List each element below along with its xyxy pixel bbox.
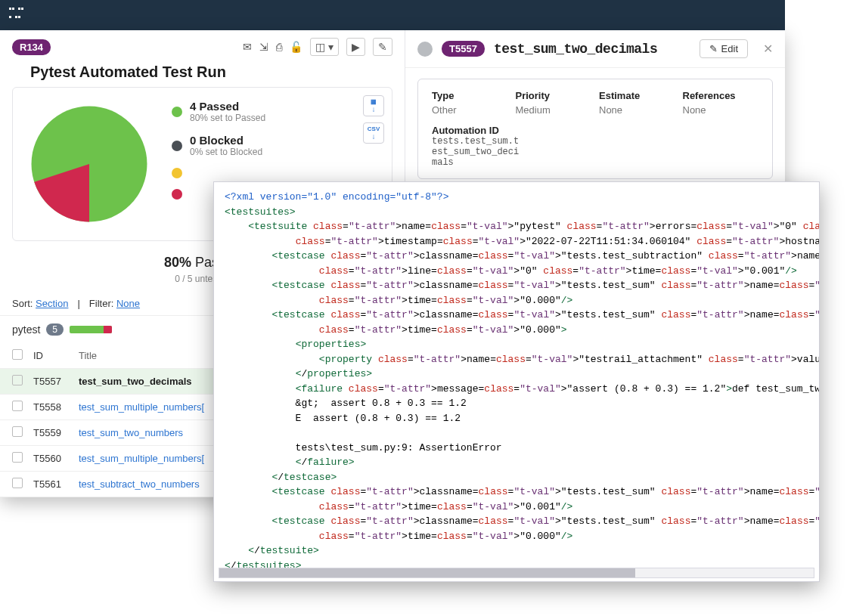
- legend-passed-sub: 80% set to Passed: [190, 113, 265, 123]
- priority-header: Priority: [516, 90, 592, 101]
- detail-card: Type Priority Estimate References Other …: [417, 79, 773, 179]
- row-id: T5561: [33, 478, 79, 490]
- summary-percent: 80%: [164, 255, 191, 270]
- sort-link[interactable]: Section: [36, 298, 68, 309]
- legend-dot-blocked: [172, 141, 182, 151]
- lock-icon[interactable]: 🔓: [290, 41, 302, 53]
- legend-blocked-sub: 0% set to Blocked: [190, 147, 262, 157]
- mail-icon[interactable]: ✉: [243, 41, 252, 53]
- type-header: Type: [432, 90, 508, 101]
- row-id: T5560: [33, 453, 79, 464]
- select-all-checkbox[interactable]: [12, 349, 23, 360]
- app-logo-icon: [9, 8, 24, 23]
- export-image-button[interactable]: ▦↓: [363, 95, 384, 116]
- play-button[interactable]: ▶: [346, 38, 365, 56]
- row-id: T5558: [33, 401, 79, 413]
- run-badge[interactable]: R134: [12, 39, 51, 55]
- detail-header: T5557 test_sum_two_decimals ✎ Edit ✕: [405, 30, 785, 68]
- automation-value: tests.test_sum.test_sum_two_decimals: [432, 136, 523, 168]
- header-row: R134 ✉ ⇲ ⎙ 🔓 ◫ ▾ ▶ ✎: [0, 30, 405, 63]
- edit-test-button[interactable]: ✎ Edit: [700, 39, 748, 58]
- section-progress: [70, 326, 112, 333]
- close-icon[interactable]: ✕: [763, 42, 773, 56]
- toolbar: ✉ ⇲ ⎙ 🔓 ◫ ▾ ▶ ✎: [243, 38, 392, 56]
- topbar: [0, 0, 785, 30]
- legend-dot-passed: [172, 107, 182, 117]
- page-title: Pytest Automated Test Run: [30, 63, 405, 81]
- sort-label: Sort:: [12, 298, 33, 309]
- legend-dot-failed: [172, 189, 182, 200]
- edit-button[interactable]: ✎: [373, 38, 392, 56]
- col-id-header[interactable]: ID: [33, 350, 79, 361]
- legend-passed-label: 4 Passed: [190, 100, 265, 113]
- horizontal-scrollbar[interactable]: [219, 568, 814, 578]
- references-value: None: [683, 104, 759, 116]
- row-checkbox[interactable]: [12, 452, 23, 463]
- filter-link[interactable]: None: [116, 298, 140, 309]
- filter-label: Filter:: [89, 298, 114, 309]
- export-csv-button[interactable]: CSV↓: [363, 122, 384, 144]
- test-badge[interactable]: T5557: [442, 41, 485, 57]
- pie-chart: [25, 100, 154, 228]
- legend-dot-retest: [172, 168, 182, 178]
- row-checkbox[interactable]: [12, 478, 23, 488]
- estimate-header: Estimate: [599, 90, 675, 101]
- row-checkbox[interactable]: [12, 375, 23, 385]
- automation-header: Automation ID: [432, 125, 758, 136]
- estimate-value: None: [599, 104, 675, 116]
- row-id: T5559: [33, 427, 79, 438]
- xml-code-panel[interactable]: <?xml version="1.0" encoding="utf-8"?> <…: [213, 181, 820, 582]
- section-count-badge: 5: [46, 323, 64, 336]
- legend-blocked-label: 0 Blocked: [190, 134, 262, 147]
- section-name: pytest: [12, 323, 40, 336]
- status-dot-icon: [417, 42, 433, 57]
- detail-title: test_sum_two_decimals: [494, 42, 657, 57]
- export-icon[interactable]: ⇲: [259, 41, 268, 53]
- row-id: T5557: [33, 376, 79, 387]
- references-header: References: [683, 90, 759, 101]
- row-checkbox[interactable]: [12, 401, 23, 411]
- chart-dropdown[interactable]: ◫ ▾: [310, 38, 339, 56]
- print-icon[interactable]: ⎙: [276, 41, 282, 53]
- row-checkbox[interactable]: [12, 426, 23, 437]
- type-value: Other: [432, 104, 508, 116]
- priority-value: Medium: [516, 104, 592, 116]
